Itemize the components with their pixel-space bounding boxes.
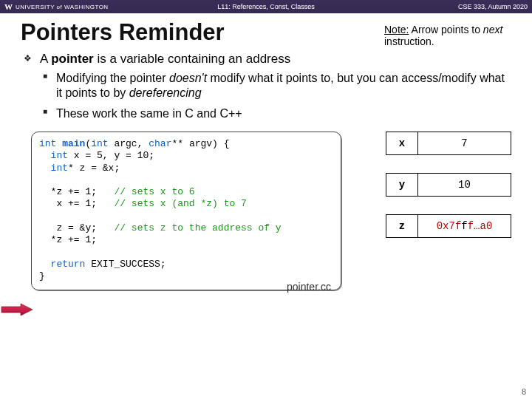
memory-table: x 7 y 10 z 0x7fff…a0 [386,132,511,256]
instruction-arrow-icon [0,303,34,316]
mem-val-x: 7 [418,132,511,155]
code-caption: pointer.cc [287,281,331,293]
c-l9: } [39,270,45,282]
svg-marker-0 [1,304,33,316]
c-l4c: // sets x to 6 [114,186,194,197]
c-l1h: ** argv) { [171,138,229,149]
sub1-a: Modifying the pointer [56,72,169,84]
c-l6a: z = &y; [39,222,114,233]
bullet-sub-1: Modifying the pointer doesn't modify wha… [40,71,510,100]
slide-title: Pointers Reminder [21,19,225,46]
c-l5c: // sets x (and *z) to 7 [114,198,246,209]
z-pre: 0x7f [437,220,462,232]
uw-text: UNIVERSITY of WASHINGTON [16,4,109,10]
c-l6c: // sets z to the address of y [114,222,281,233]
mem-val-z: 0x7fff…a0 [418,214,511,238]
code-block: int main(int argc, char** argv) { int x … [31,132,341,290]
note-text-2: instruction. [384,35,434,47]
bullet-main: A pointer is a variable containing an ad… [27,52,510,121]
c-l2a [39,150,51,161]
page-number: 8 [522,387,526,396]
note-text-1: Arrow points to [409,24,482,35]
z-end: 0 [486,220,492,232]
c-l3b: int [51,163,68,174]
c-l8c: EXIT_SUCCESS; [85,259,166,270]
c-l4a: *z += 1; [39,186,114,197]
mem-row-y: y 10 [386,173,511,197]
c-l2b: int [51,150,68,161]
mem-label-x: x [386,132,418,155]
header-bar: W UNIVERSITY of WASHINGTON L11: Referenc… [0,0,532,13]
mem-label-y: y [386,173,418,197]
sub1-i1: doesn't [169,72,207,84]
sub1-i2: dereferencing [129,86,202,99]
uw-branding: W UNIVERSITY of WASHINGTON [4,2,109,11]
bullet-main-post: is a variable containing an address [94,52,291,66]
c-l5a: x += 1; [39,198,114,209]
bullet-main-bold: pointer [51,52,94,66]
c-l2c: x = 5, y = 10; [68,150,154,161]
note-em: next [483,24,502,35]
lecture-label: L11: References, Const, Classes [217,3,315,10]
c-l1a: int [39,138,56,149]
z-mid: f [461,220,467,232]
c-l8b: return [51,259,86,270]
mem-val-y: 10 [418,173,511,197]
bullet-sub-2: These work the same in C and C++ [40,106,510,121]
mem-row-x: x 7 [386,132,511,155]
mem-row-z: z 0x7fff…a0 [386,214,511,238]
mem-label-z: z [386,214,418,238]
c-l7: *z += 1; [39,234,97,245]
c-l1f: argc, [109,138,149,149]
c-l3a [39,163,51,174]
c-l1c: main [62,138,85,149]
note-box: Note: Arrow points to next instruction. [384,19,510,47]
uw-logo: W [4,2,13,11]
c-l3c: * z = &x; [68,163,120,174]
body: A pointer is a variable containing an ad… [0,49,532,121]
z-post: f…a [468,220,486,232]
bullet-main-pre: A [40,52,51,66]
c-l8a [39,259,51,270]
note-lead: Note: [384,24,409,35]
course-term: CSE 333, Autumn 2020 [458,3,528,10]
c-l1e: int [91,138,108,149]
c-l1g: char [149,138,171,149]
